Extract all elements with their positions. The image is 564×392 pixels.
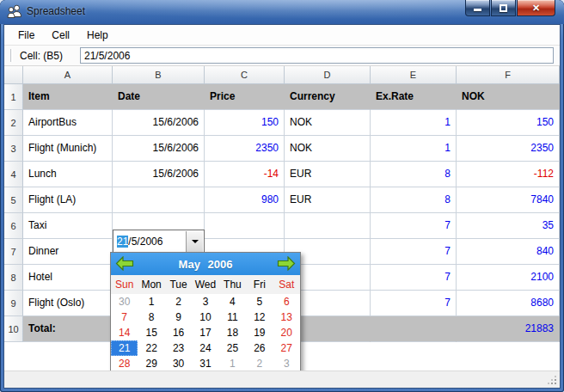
calendar-day-13[interactable]: 13 [273,311,300,323]
cell-E10[interactable] [371,316,457,342]
cell-B2[interactable]: 15/6/2006 [113,110,205,136]
calendar-day-30[interactable]: 30 [165,358,192,370]
cell-F8[interactable]: 2100 [457,265,560,291]
cell-D6[interactable] [285,213,371,239]
calendar-day-26[interactable]: 26 [246,342,273,354]
cell-F10[interactable]: 21883 [457,316,560,342]
cell-C5[interactable]: 980 [205,187,285,213]
row-header-7[interactable]: 7 [4,239,23,265]
row-header-10[interactable]: 10 [4,316,23,342]
menu-item-cell[interactable]: Cell [43,27,78,44]
cell-D4[interactable]: EUR [285,162,371,187]
cell-A9[interactable]: Flight (Oslo) [23,291,113,316]
calendar-day-8[interactable]: 8 [138,311,164,323]
calendar-day-27[interactable]: 27 [273,342,300,354]
calendar-day-6[interactable]: 6 [273,296,300,308]
cell-F3[interactable]: 2350 [457,136,560,162]
cell-F2[interactable]: 150 [457,110,560,136]
cell-F5[interactable]: 7840 [457,187,560,213]
cell-E4[interactable]: 8 [371,162,457,187]
cell-D1[interactable]: Currency [285,84,371,110]
calendar-day-15[interactable]: 15 [138,327,164,339]
calendar-day-22[interactable]: 22 [138,342,164,354]
date-dropdown-button[interactable] [186,231,203,252]
cell-E6[interactable]: 7 [371,213,457,239]
cell-C1[interactable]: Price [205,84,285,110]
cell-E8[interactable]: 7 [371,265,457,291]
calendar-day-24[interactable]: 24 [192,342,218,354]
row-header-5[interactable]: 5 [4,187,23,213]
row-header-6[interactable]: 6 [4,213,23,239]
resize-grip[interactable] [546,374,556,384]
calendar-day-16[interactable]: 16 [165,327,192,339]
cell-D2[interactable]: NOK [285,110,371,136]
cell-value-input[interactable] [80,47,554,64]
calendar-day-14[interactable]: 14 [111,327,138,339]
minimize-button[interactable] [465,0,490,16]
calendar-day-4[interactable]: 4 [219,296,246,308]
cell-F1[interactable]: NOK [457,84,560,110]
grid-corner[interactable] [4,66,23,84]
calendar-day-18[interactable]: 18 [219,327,246,339]
calendar-day-25[interactable]: 25 [219,342,246,354]
calendar-day-17[interactable]: 17 [192,327,218,339]
calendar-day-30[interactable]: 30 [111,296,138,308]
calendar-day-11[interactable]: 11 [219,311,246,323]
calendar-day-19[interactable]: 19 [246,327,273,339]
column-header-B[interactable]: B [113,66,205,84]
calendar-day-10[interactable]: 10 [192,311,218,323]
cell-E5[interactable]: 8 [371,187,457,213]
cell-A4[interactable]: Lunch [23,162,113,187]
column-header-E[interactable]: E [371,66,457,84]
calendar-day-21[interactable]: 21 [111,340,138,356]
maximize-button[interactable] [491,0,516,16]
date-editor[interactable]: 21/5/2006 [113,230,205,254]
previous-month-button[interactable] [115,256,134,271]
row-header-9[interactable]: 9 [4,291,23,316]
row-header-8[interactable]: 8 [4,265,23,291]
cell-C6[interactable] [205,213,285,239]
cell-C4[interactable]: -14 [205,162,285,187]
cell-D3[interactable]: NOK [285,136,371,162]
column-header-A[interactable]: A [23,66,113,84]
menu-item-help[interactable]: Help [78,27,117,44]
cell-B4[interactable]: 15/6/2006 [113,162,205,187]
cell-F6[interactable]: 35 [457,213,560,239]
calendar-day-3[interactable]: 3 [273,358,300,370]
cell-B1[interactable]: Date [113,84,205,110]
cell-A5[interactable]: Flight (LA) [23,187,113,213]
cell-A1[interactable]: Item [23,84,113,110]
calendar-day-5[interactable]: 5 [246,296,273,308]
cell-F7[interactable]: 840 [457,239,560,265]
toolbar-grip[interactable] [10,49,13,62]
cell-D5[interactable]: EUR [285,187,371,213]
calendar-day-23[interactable]: 23 [165,342,192,354]
row-header-3[interactable]: 3 [4,136,23,162]
calendar-day-20[interactable]: 20 [273,327,300,339]
calendar-day-29[interactable]: 29 [138,358,164,370]
row-header-4[interactable]: 4 [4,162,23,187]
cell-C2[interactable]: 150 [205,110,285,136]
cell-A3[interactable]: Flight (Munich) [23,136,113,162]
cell-B5[interactable] [113,187,205,213]
column-header-D[interactable]: D [285,66,371,84]
calendar-day-7[interactable]: 7 [111,311,138,323]
calendar-day-31[interactable]: 31 [192,358,218,370]
cell-E9[interactable]: 7 [371,291,457,316]
menu-item-file[interactable]: File [9,27,43,44]
cell-E7[interactable]: 7 [371,239,457,265]
cell-A8[interactable]: Hotel [23,265,113,291]
cell-F9[interactable]: 8680 [457,291,560,316]
cell-A7[interactable]: Dinner [23,239,113,265]
calendar-day-28[interactable]: 28 [111,358,138,370]
cell-A2[interactable]: AirportBus [23,110,113,136]
close-button[interactable] [517,0,555,16]
cell-B3[interactable]: 15/6/2006 [113,136,205,162]
cell-E2[interactable]: 1 [371,110,457,136]
cell-F4[interactable]: -112 [457,162,560,187]
calendar-day-3[interactable]: 3 [192,296,218,308]
calendar-day-1[interactable]: 1 [219,358,246,370]
cell-A6[interactable]: Taxi [23,213,113,239]
row-header-2[interactable]: 2 [4,110,23,136]
cell-E1[interactable]: Ex.Rate [371,84,457,110]
